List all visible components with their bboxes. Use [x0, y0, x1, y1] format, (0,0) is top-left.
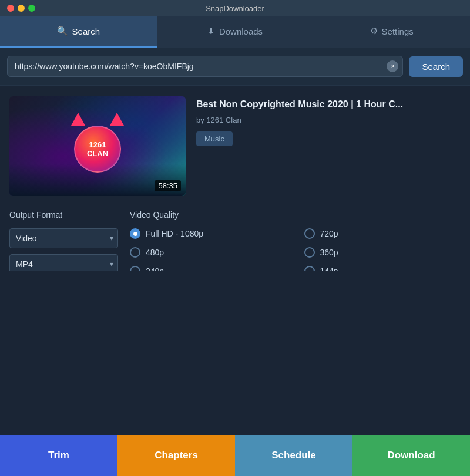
nav-tabs: 🔍 Search ⬇ Downloads ⚙ Settings	[0, 16, 470, 48]
close-button[interactable]	[7, 5, 14, 12]
quality-option-480p[interactable]: 480p	[130, 247, 287, 258]
url-input-wrapper: ×	[7, 56, 403, 77]
container-select-wrapper: MP4 MKV AVI MOV ▾	[9, 254, 118, 271]
radio-360p[interactable]	[304, 247, 315, 258]
title-bar: SnapDownloader	[0, 0, 470, 16]
quality-label-360p: 360p	[320, 248, 338, 257]
radio-240p[interactable]	[130, 266, 140, 271]
quality-option-720p[interactable]: 720p	[304, 228, 461, 239]
quality-option-240p[interactable]: 240p	[130, 266, 287, 271]
search-tab-label: Search	[72, 26, 100, 36]
downloads-tab-label: Downloads	[219, 26, 263, 36]
quality-option-144p[interactable]: 144p	[304, 266, 461, 271]
search-bar-area: × Search	[0, 48, 470, 86]
quality-grid: Full HD - 1080p 720p 480p 360p	[130, 228, 461, 271]
video-author: by 1261 Clan	[196, 116, 461, 124]
quality-option-1080p[interactable]: Full HD - 1080p	[130, 228, 287, 239]
video-tag: Music	[196, 131, 233, 146]
tab-downloads[interactable]: ⬇ Downloads	[157, 16, 314, 48]
download-button[interactable]: Download	[352, 435, 470, 476]
chapters-button[interactable]: Chapters	[118, 435, 235, 476]
url-input[interactable]	[7, 56, 403, 77]
quality-label-240p: 240p	[146, 266, 164, 271]
format-select-wrapper: Video Audio Video+Audio ▾	[9, 228, 118, 248]
options-area: Output Format Video Audio Video+Audio ▾ …	[9, 210, 461, 271]
container-select[interactable]: MP4 MKV AVI MOV	[9, 254, 118, 271]
video-duration: 58:35	[155, 180, 181, 191]
thumbnail-logo-line2: CLAN	[87, 149, 108, 158]
app-title: SnapDownloader	[206, 4, 264, 13]
thumbnail-logo-line1: 1261	[89, 140, 106, 149]
quality-label-720p: 720p	[320, 229, 338, 238]
quality-label-1080p: Full HD - 1080p	[146, 229, 203, 238]
radio-1080p[interactable]	[130, 228, 140, 239]
video-quality-section: Video Quality Full HD - 1080p 720p 480p	[130, 210, 461, 271]
quality-label-480p: 480p	[146, 248, 164, 257]
video-title: Best Non Copyrighted Music 2020 | 1 Hour…	[196, 99, 461, 111]
middle-spacer	[0, 271, 470, 436]
video-quality-label: Video Quality	[130, 210, 461, 222]
maximize-button[interactable]	[28, 5, 35, 12]
tab-search[interactable]: 🔍 Search	[0, 16, 157, 48]
format-select[interactable]: Video Audio Video+Audio	[9, 228, 118, 248]
video-meta: Best Non Copyrighted Music 2020 | 1 Hour…	[196, 96, 461, 196]
main-content: 1261 CLAN 58:35 Best Non Copyrighted Mus…	[0, 86, 470, 271]
tab-settings[interactable]: ⚙ Settings	[313, 16, 470, 48]
traffic-lights	[7, 5, 35, 12]
output-format-label: Output Format	[9, 210, 118, 222]
bottom-toolbar: Trim Chapters Schedule Download	[0, 435, 470, 476]
video-info-row: 1261 CLAN 58:35 Best Non Copyrighted Mus…	[9, 96, 461, 196]
radio-144p[interactable]	[304, 266, 315, 271]
search-button[interactable]: Search	[409, 56, 463, 77]
radio-720p[interactable]	[304, 228, 315, 239]
minimize-button[interactable]	[18, 5, 25, 12]
downloads-tab-icon: ⬇	[207, 26, 215, 36]
output-format-section: Output Format Video Audio Video+Audio ▾ …	[9, 210, 118, 271]
quality-label-144p: 144p	[320, 266, 338, 271]
trim-button[interactable]: Trim	[0, 435, 118, 476]
settings-tab-label: Settings	[382, 26, 414, 36]
settings-tab-icon: ⚙	[370, 26, 378, 36]
schedule-button[interactable]: Schedule	[235, 435, 352, 476]
search-tab-icon: 🔍	[57, 26, 68, 36]
video-thumbnail: 1261 CLAN 58:35	[9, 96, 186, 196]
radio-480p[interactable]	[130, 247, 140, 258]
quality-option-360p[interactable]: 360p	[304, 247, 461, 258]
